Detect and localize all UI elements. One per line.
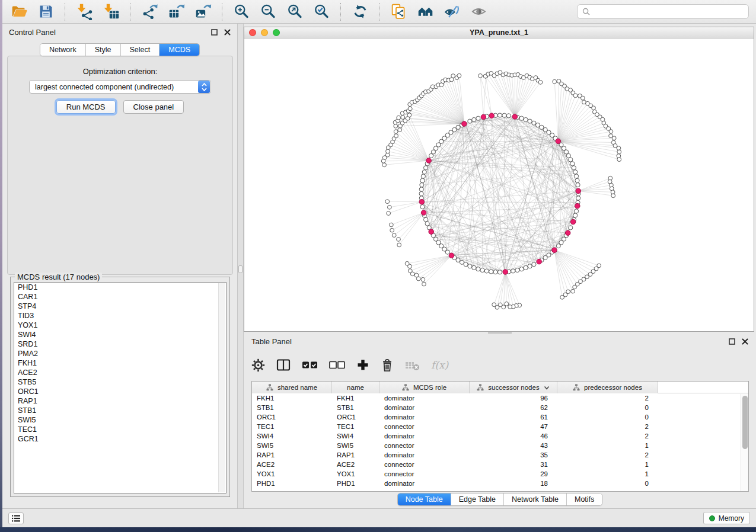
mcds-node[interactable] xyxy=(552,248,557,253)
satellite-node[interactable] xyxy=(407,113,412,117)
mcds-result-item[interactable]: SWI5 xyxy=(14,415,226,425)
satellite-node[interactable] xyxy=(449,78,454,82)
add-column-button[interactable] xyxy=(356,357,369,373)
mcds-result-item[interactable]: PHD1 xyxy=(14,283,226,292)
satellite-node[interactable] xyxy=(553,79,557,84)
satellite-node[interactable] xyxy=(573,94,578,98)
close-table-panel-button[interactable] xyxy=(741,338,748,345)
mcds-result-item[interactable]: TID3 xyxy=(14,311,226,321)
satellite-node[interactable] xyxy=(571,289,575,293)
zoom-fit-button[interactable] xyxy=(285,2,304,21)
satellite-node[interactable] xyxy=(414,273,419,277)
import-network-button[interactable] xyxy=(75,2,94,21)
mcds-node[interactable] xyxy=(426,158,432,164)
network-node[interactable] xyxy=(493,270,497,274)
mcds-result-item[interactable]: SRD1 xyxy=(14,339,226,349)
mcds-node[interactable] xyxy=(565,230,570,236)
satellite-node[interactable] xyxy=(394,124,398,128)
network-node[interactable] xyxy=(576,196,580,200)
network-node[interactable] xyxy=(519,267,524,271)
column-header-predecessor-nodes[interactable]: predecessor nodes xyxy=(557,382,658,393)
divider-handle-icon[interactable] xyxy=(238,265,243,273)
network-node[interactable] xyxy=(556,244,560,248)
mcds-node[interactable] xyxy=(419,199,425,204)
first-neighbors-button[interactable] xyxy=(416,2,435,21)
table-row[interactable]: STB1STB1dominator620 xyxy=(252,403,748,412)
satellite-node[interactable] xyxy=(613,144,617,148)
network-node[interactable] xyxy=(423,166,428,170)
satellite-node[interactable] xyxy=(505,302,509,306)
network-node[interactable] xyxy=(419,191,423,196)
mcds-result-item[interactable]: STB5 xyxy=(14,377,226,387)
tab-mcds[interactable]: MCDS xyxy=(160,44,199,56)
mcds-list-scrollbar[interactable] xyxy=(218,283,225,492)
network-node[interactable] xyxy=(575,174,579,178)
satellite-node[interactable] xyxy=(421,277,425,281)
float-panel-button[interactable] xyxy=(210,28,218,36)
network-node[interactable] xyxy=(573,170,578,174)
deselect-all-columns-button[interactable] xyxy=(329,357,345,373)
mcds-result-item[interactable]: GCR1 xyxy=(14,434,226,444)
search-input[interactable] xyxy=(594,7,744,16)
network-node[interactable] xyxy=(421,174,425,178)
mcds-result-item[interactable]: TEC1 xyxy=(14,425,226,434)
mcds-result-item[interactable]: STB1 xyxy=(14,406,226,415)
satellite-node[interactable] xyxy=(560,295,564,299)
mcds-result-item[interactable]: RAP1 xyxy=(14,396,226,406)
tab-style[interactable]: Style xyxy=(86,44,121,56)
mcds-node[interactable] xyxy=(481,114,486,120)
task-history-button[interactable] xyxy=(8,512,24,524)
table-row[interactable]: ORC1ORC1dominator610 xyxy=(252,412,748,422)
network-node[interactable] xyxy=(423,217,428,222)
network-node[interactable] xyxy=(532,121,536,125)
network-node[interactable] xyxy=(484,269,489,273)
network-node[interactable] xyxy=(497,270,502,274)
satellite-node[interactable] xyxy=(394,130,398,134)
satellite-node[interactable] xyxy=(617,150,621,154)
network-node[interactable] xyxy=(564,150,568,154)
network-node[interactable] xyxy=(476,116,480,120)
table-scrollbar[interactable] xyxy=(741,394,748,491)
satellite-node[interactable] xyxy=(457,73,461,78)
network-node[interactable] xyxy=(519,116,524,120)
table-row[interactable]: FKH1FKH1dominator962 xyxy=(252,393,748,403)
show-column-panel-button[interactable] xyxy=(276,357,291,373)
delete-table-button[interactable] xyxy=(405,357,420,373)
mcds-node[interactable] xyxy=(570,219,576,225)
satellite-node[interactable] xyxy=(382,163,387,167)
mcds-node[interactable] xyxy=(576,188,581,194)
network-node[interactable] xyxy=(420,178,425,182)
satellite-node[interactable] xyxy=(451,74,455,78)
mcds-result-item[interactable]: YOX1 xyxy=(14,321,226,330)
zoom-selected-button[interactable] xyxy=(312,2,331,21)
memory-button[interactable]: Memory xyxy=(703,512,750,524)
export-table-button[interactable] xyxy=(167,2,186,21)
satellite-node[interactable] xyxy=(479,73,483,78)
satellite-node[interactable] xyxy=(392,233,396,238)
network-node[interactable] xyxy=(575,209,579,213)
table-scrollbar-thumb[interactable] xyxy=(742,396,748,449)
network-node[interactable] xyxy=(566,153,570,158)
network-node[interactable] xyxy=(515,268,519,272)
network-node[interactable] xyxy=(569,226,573,230)
satellite-node[interactable] xyxy=(387,211,391,216)
satellite-node[interactable] xyxy=(508,305,512,309)
network-node[interactable] xyxy=(420,205,425,209)
table-row[interactable]: PHD1PHD1dominator180 xyxy=(252,479,748,488)
mcds-result-item[interactable]: ORC1 xyxy=(14,387,226,396)
export-network-button[interactable] xyxy=(140,2,159,21)
show-all-button[interactable] xyxy=(469,2,488,21)
optimization-criterion-dropdown[interactable]: largest connected component (undirected) xyxy=(29,80,211,94)
satellite-node[interactable] xyxy=(612,136,616,140)
tab-edge-table[interactable]: Edge Table xyxy=(451,493,504,505)
mcds-node[interactable] xyxy=(512,114,518,120)
close-panel-button[interactable] xyxy=(224,28,231,36)
satellite-node[interactable] xyxy=(573,285,577,289)
network-node[interactable] xyxy=(572,166,576,170)
network-node[interactable] xyxy=(429,153,433,158)
network-node[interactable] xyxy=(425,222,429,226)
mcds-node[interactable] xyxy=(489,113,495,118)
import-table-button[interactable] xyxy=(101,2,120,21)
satellite-node[interactable] xyxy=(422,282,426,286)
table-row[interactable]: SWI4SWI4dominator462 xyxy=(252,431,748,441)
